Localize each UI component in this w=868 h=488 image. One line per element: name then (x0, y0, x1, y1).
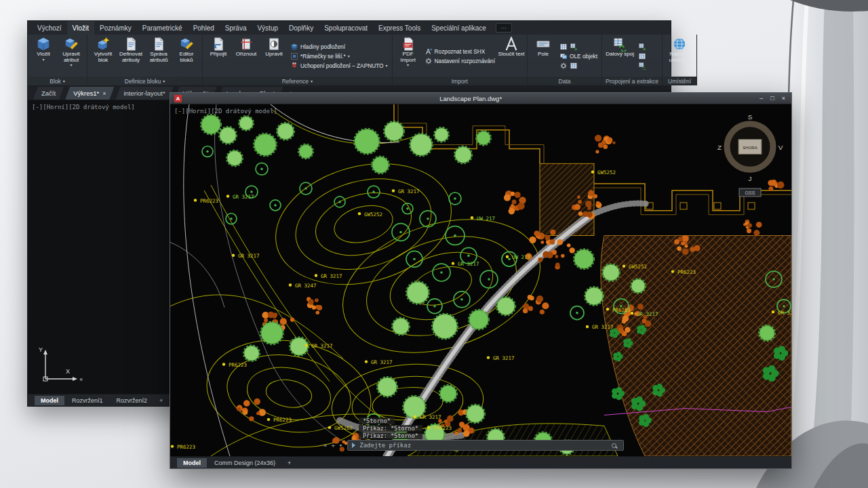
table-tools-button[interactable] (559, 43, 597, 51)
attach-button[interactable]: Připojit (205, 36, 232, 77)
panel-title-umisteni[interactable]: Umístění (663, 77, 696, 85)
create-block-icon (96, 37, 111, 52)
panel-label: Import (452, 78, 468, 85)
field-button[interactable]: Pole (530, 36, 557, 77)
ribbon-tab[interactable]: Doplňky (283, 21, 319, 35)
chevron-down-icon: ▾ (163, 79, 165, 83)
file-tab[interactable]: Výkres1*× (65, 87, 114, 100)
table-icon (638, 52, 646, 60)
layout-tab[interactable]: Model (35, 396, 64, 405)
ribbon-tab[interactable]: Pohled (188, 21, 220, 35)
row-label: *Rámečky se liší.* (300, 53, 346, 60)
panel-title-reference[interactable]: Reference ▾ (203, 77, 392, 85)
layout-tab[interactable]: Rozvržení1 (66, 396, 109, 405)
plant-label: GR 3217 (592, 324, 614, 330)
plant-label: GR 3217 (371, 359, 393, 365)
combine-text-button[interactable]: Sloučit text (498, 36, 525, 77)
upload-data-button[interactable] (638, 52, 646, 60)
command-recent-icon[interactable]: ▾ (339, 442, 342, 449)
underlay-snap-button[interactable]: Uchopení podložení – ZAPNUTO ▾ (290, 62, 388, 70)
data-misc-button[interactable] (559, 62, 597, 70)
adjust-button[interactable]: Upravit (260, 36, 288, 77)
button-label: Vložit (37, 52, 50, 58)
viewport-controls-label[interactable]: [-][Horní][2D drátový model] (32, 104, 135, 110)
ribbon-panel-definice-bloku: Vytvořit blok Definovat atributy Správa … (87, 35, 203, 85)
svg-text:Z: Z (717, 144, 722, 151)
extract-data-button[interactable] (638, 43, 646, 51)
manage-attributes-icon (151, 37, 166, 52)
insert-block-button[interactable]: Vložit ▾ (30, 36, 57, 77)
define-attributes-button[interactable]: Definovat atributy (117, 36, 144, 77)
file-tab[interactable]: interior-layout* (115, 87, 173, 100)
panel-title-data[interactable]: Data (528, 77, 601, 85)
panel-label: Umístění (668, 78, 691, 85)
data-link-icon (612, 37, 627, 52)
ribbon-tab[interactable]: Výstup (252, 21, 283, 35)
download-data-button[interactable] (638, 62, 646, 70)
minimize-button[interactable]: – (760, 95, 763, 102)
ribbon-tab[interactable]: Výchozí (32, 21, 67, 35)
frames-vary-button[interactable]: *Rámečky se liší.* ▾ (290, 52, 388, 60)
plant-label: GR 3217 (778, 310, 791, 316)
chevron-down-icon: ▾ (386, 64, 388, 68)
command-close-icon[interactable]: × (323, 442, 327, 449)
command-crosshair-icon[interactable]: + (331, 442, 334, 449)
data-link-button[interactable]: Datový spoj (604, 36, 635, 77)
button-label: Oříznout (236, 52, 257, 58)
ribbon-tab[interactable]: Parametrické (137, 21, 188, 35)
plant-label: GR 3217 (493, 355, 515, 361)
search-icon[interactable] (612, 443, 616, 448)
layout-tab[interactable]: Comm Design (24x36) (208, 458, 281, 468)
table-icon (559, 43, 568, 51)
recognition-settings-button[interactable]: Nastavení rozpoznávání (425, 57, 495, 65)
set-location-button[interactable]: Nastavit umístění (665, 36, 694, 77)
new-layout-button[interactable]: + (283, 460, 296, 466)
file-tab-close-icon[interactable]: × (102, 90, 106, 97)
ribbon-tab[interactable]: Vložit (67, 21, 94, 35)
ribbon-tab[interactable]: Express Tools (373, 21, 426, 35)
ole-object-button[interactable]: OLE objekt (559, 52, 597, 60)
panel-title-propojeni[interactable]: Propojení a extrakce (602, 77, 662, 85)
snap-magnet-icon (290, 62, 298, 70)
block-editor-button[interactable]: Editor bloků (173, 36, 200, 77)
plant-label: PR6223 (273, 417, 292, 423)
clip-button[interactable]: Oříznout (233, 36, 260, 77)
underlay-layers-button[interactable]: Hladiny podložení (290, 43, 388, 51)
manage-attributes-button[interactable]: Správa atributů (145, 36, 172, 77)
create-block-button[interactable]: Vytvořit blok (90, 36, 117, 77)
new-layout-button[interactable]: + (155, 397, 167, 404)
recognize-shx-text-button[interactable]: Rozpoznat text SHX (425, 47, 495, 56)
layout-tab[interactable]: Rozvržení2 (111, 396, 154, 405)
pdf-import-button[interactable]: PDF Import ▾ (395, 36, 422, 77)
plan-drawing-canvas[interactable]: GW5252GR 3217PR6223GR 3217GW5252UW 217GR… (170, 104, 791, 456)
panel-label: Propojení a extrakce (606, 78, 658, 85)
adjust-icon (267, 37, 281, 52)
ribbon-tab[interactable]: Speciální aplikace (426, 21, 492, 35)
edit-attribute-button[interactable]: Upravit atribut ▾ (58, 36, 85, 77)
command-input[interactable]: Zadejte příkaz (347, 440, 624, 451)
button-label: PDF Import (395, 52, 422, 63)
ribbon-tab[interactable]: Správa (220, 21, 252, 35)
ribbon-panel-propojeni: Datový spoj Propojení a extrakce (602, 35, 663, 85)
svg-text:Y: Y (39, 346, 43, 353)
extract-icon (570, 43, 578, 51)
panel-label: Blok (50, 78, 61, 85)
plant-label: GR 3217 (238, 253, 260, 259)
close-button[interactable]: × (782, 95, 785, 102)
command-line: *Storno*Příkaz: *Storno*Příkaz: *Storno*… (323, 418, 624, 451)
ole-object-icon (559, 52, 568, 60)
panel-title-import[interactable]: Import (393, 77, 527, 85)
ribbon-more-button[interactable]: ··· (496, 23, 512, 33)
chevron-down-icon: ▾ (63, 79, 65, 83)
viewport-controls-label[interactable]: [-][Horní][2D drátový model] (174, 108, 277, 115)
button-label: Pole (538, 52, 549, 58)
insert-block-icon (36, 37, 51, 52)
layout-tab[interactable]: Model (177, 458, 207, 468)
file-tab[interactable]: Začít (33, 87, 64, 100)
panel-title-definice-bloku[interactable]: Definice bloku ▾ (87, 77, 202, 85)
ribbon-tab[interactable]: Poznámky (94, 21, 137, 35)
panel-title-blok[interactable]: Blok ▾ (28, 77, 87, 85)
ribbon-tab[interactable]: Spolupracovat (319, 21, 373, 35)
float-title-bar[interactable]: A Landscape Plan.dwg* – □ × (170, 93, 791, 104)
maximize-button[interactable]: □ (770, 95, 774, 102)
